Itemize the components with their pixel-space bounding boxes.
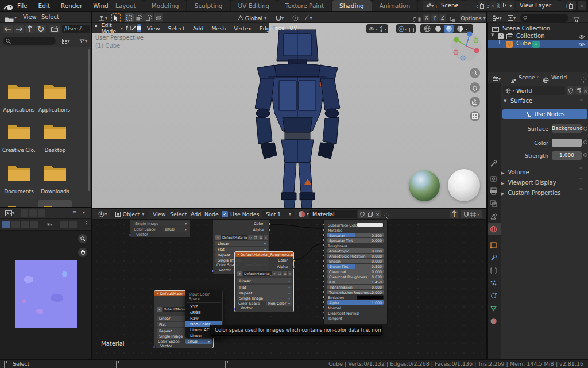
color-space-dropdown[interactable]: sRGB▾	[163, 227, 189, 232]
image-texture-node-roughness[interactable]: • DefaultMaterial_Roughness.png Color Al…	[234, 251, 294, 312]
principled-input-transmission-roughness[interactable]: Transmission Roughness0.000	[327, 290, 384, 294]
properties-tab-particles[interactable]	[490, 278, 499, 288]
principled-input-ior[interactable]: IOR1.450	[327, 279, 384, 284]
image-datablock-name[interactable]: DefaultMaterial_..	[243, 271, 272, 276]
interpolation-dropdown[interactable]: Linear▾	[237, 278, 292, 283]
properties-tab-render[interactable]	[490, 174, 499, 183]
input-socket[interactable]	[322, 290, 325, 293]
input-socket[interactable]	[322, 264, 325, 267]
file-search-input[interactable]	[3, 37, 56, 45]
principled-input-anisotropic-rotation[interactable]: Anisotropic Rotation0.000	[327, 254, 384, 258]
input-socket[interactable]	[322, 270, 325, 273]
back-button[interactable]: ←	[3, 25, 13, 33]
input-socket[interactable]	[322, 233, 325, 236]
principled-input-clearcoat-roughness[interactable]: Clearcoat Roughness0.030	[327, 274, 384, 279]
folder-jetbr-[interactable]: JetBr..	[38, 200, 72, 207]
view-mode-icon[interactable]	[2, 221, 10, 228]
navigation-axis-gizmo[interactable]	[449, 29, 483, 63]
forward-button[interactable]: →	[14, 25, 24, 33]
extension-dropdown[interactable]: Repeat▾	[237, 290, 292, 296]
color-space-dropdown[interactable]: Non-Color▾	[266, 301, 292, 306]
material-icon[interactable]: ▾	[298, 210, 309, 218]
editor-type-icon[interactable]: ▾	[95, 210, 110, 218]
animate-surface-dot[interactable]	[583, 126, 587, 131]
outliner-display-mode-dropdown[interactable]: ▾	[490, 13, 505, 22]
unlink-datablock-button[interactable]: ×	[583, 86, 588, 95]
color-output-socket[interactable]	[268, 223, 271, 225]
viewport-menu-mesh[interactable]: Mesh	[211, 25, 226, 32]
vector-input-socket[interactable]	[211, 270, 214, 273]
folder-downloads[interactable]: Downloads	[38, 160, 72, 197]
image-settings-icon[interactable]	[60, 221, 68, 228]
filebrowser-menu-view[interactable]: View	[23, 14, 37, 20]
properties-tab-modifiers[interactable]	[490, 253, 499, 262]
header-menu-icon[interactable]: ≡	[72, 209, 77, 215]
overflow-menu-icon[interactable]: ⋮	[84, 220, 89, 226]
mirror-x-button[interactable]: X	[423, 14, 430, 22]
mirror-y-button[interactable]: Y	[431, 14, 438, 22]
filebrowser-menu-select[interactable]: Select	[41, 14, 59, 20]
node-editor-canvas[interactable]: Single Image▾ Color Space sRGB▾ Vector C…	[92, 220, 487, 359]
node-menu-node[interactable]: Node	[204, 211, 219, 217]
hdri-preview-sphere[interactable]	[409, 170, 440, 201]
image-texture-node-partial[interactable]: Single Image▾ Color Space sRGB▾ Vector	[130, 220, 191, 238]
fake-user-shield-button[interactable]	[567, 86, 574, 95]
open-image-button[interactable]: ▤	[258, 235, 263, 240]
tab-sculpting[interactable]: Sculpting	[187, 0, 230, 12]
principled-input-specular[interactable]: Specular0.500	[327, 233, 384, 237]
normal-map-image[interactable]	[15, 260, 77, 328]
tab-modeling[interactable]: Modeling	[144, 0, 187, 12]
properties-tab-material[interactable]	[490, 316, 499, 325]
menu-file[interactable]: File	[17, 2, 28, 9]
panel-drag-dots[interactable]: ≡	[579, 176, 583, 181]
properties-filter-dropdown[interactable]: ▾	[490, 75, 504, 83]
folder-applications[interactable]: Applications	[2, 78, 36, 115]
fake-user-button[interactable]: ◇	[272, 271, 277, 276]
pin-icon[interactable]	[581, 75, 586, 86]
shader-type-dropdown[interactable]: Object▾	[111, 210, 148, 218]
tab-texture-paint[interactable]: Texture Paint	[277, 0, 331, 12]
input-socket[interactable]	[322, 311, 325, 314]
source-dropdown[interactable]: Single Image▾	[133, 221, 189, 226]
menu-edit[interactable]: Edit	[38, 2, 50, 9]
vertex-select-button[interactable]	[126, 24, 131, 32]
panel-viewport-display[interactable]: ▶Viewport Display≡	[501, 176, 587, 185]
principled-input-clearcoat[interactable]: Clearcoat0.000	[327, 269, 384, 274]
viewport-menu-uv[interactable]: UV	[289, 25, 297, 31]
gizmos-dropdown[interactable]: ▾	[378, 26, 386, 32]
input-socket[interactable]	[322, 259, 325, 262]
uv-mode-icon[interactable]	[30, 221, 38, 228]
outliner-search-input[interactable]	[520, 14, 568, 22]
alpha-output-socket[interactable]	[292, 266, 295, 269]
snapping-dropdown[interactable]: ▾	[461, 210, 482, 218]
image-link-icon[interactable]	[29, 209, 37, 217]
input-socket[interactable]	[322, 285, 325, 288]
image-pan-gizmo-button[interactable]	[78, 248, 87, 257]
input-socket[interactable]	[322, 249, 325, 252]
copy-datablock-button[interactable]	[575, 86, 582, 95]
color-swatch[interactable]	[357, 295, 384, 300]
alpha-output-socket[interactable]	[268, 229, 271, 232]
tab-layout[interactable]: Layout	[108, 0, 144, 12]
menu-item-srgb[interactable]: sRGB	[185, 310, 222, 316]
copy-image-button[interactable]: ❐	[253, 235, 258, 240]
properties-tab-object[interactable]	[490, 240, 499, 250]
surface-panel-header[interactable]: Surface	[510, 98, 532, 104]
properties-tab-world[interactable]	[490, 224, 499, 233]
image-zoom-gizmo-button[interactable]	[78, 234, 87, 243]
properties-tab-constraints[interactable]	[490, 266, 499, 275]
scene-name-field[interactable]: Scene	[437, 1, 476, 10]
input-socket[interactable]	[322, 223, 325, 226]
properties-tab-tool[interactable]	[490, 159, 499, 168]
image-browse-icon[interactable]: ▾	[215, 235, 220, 240]
display-channels-dropdown[interactable]: ✳▾	[42, 221, 56, 228]
folder-dropbox[interactable]: Dropbox	[2, 200, 36, 207]
properties-tab-scene[interactable]	[490, 212, 499, 221]
go-to-parent-node-tree-button[interactable]: ↑	[450, 210, 458, 218]
breadcrumb-scene[interactable]: Scene	[519, 74, 535, 80]
surface-type-dropdown[interactable]: Background	[552, 124, 582, 133]
viewport-menu-view[interactable]: View	[147, 25, 160, 32]
unlink-material-button[interactable]: ×	[374, 210, 381, 218]
mask-mode-icon[interactable]	[21, 221, 29, 228]
zoom-gizmo-button[interactable]	[470, 68, 480, 78]
